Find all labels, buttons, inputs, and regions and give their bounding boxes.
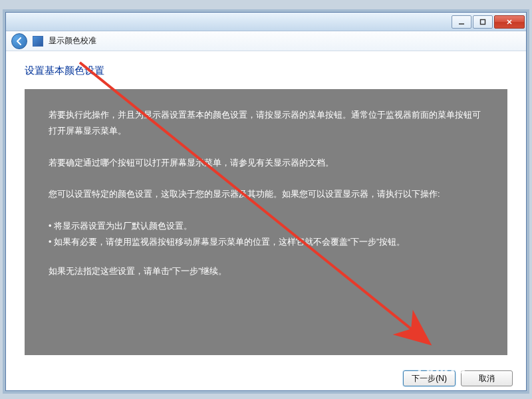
instruction-para-3: 您可以设置特定的颜色设置，这取决于您的显示器及其功能。如果您可以设置显示器，请执…	[49, 187, 483, 203]
minimize-button[interactable]	[452, 15, 471, 29]
footer-buttons: 下一步(N) 取消	[403, 370, 513, 386]
instructions-panel: 若要执行此操作，并且为显示器设置基本的颜色设置，请按显示器的菜单按钮。通常位于监…	[25, 89, 507, 355]
app-title: 显示颜色校准	[49, 35, 96, 47]
svg-rect-1	[481, 19, 485, 24]
titlebar	[6, 13, 526, 31]
instruction-bullet-2: 如果有必要，请使用监视器按钮移动屏幕显示菜单的位置，这样它就不会覆盖“下一步”按…	[49, 235, 483, 251]
instruction-para-2: 若要确定通过哪个按钮可以打开屏幕显示菜单，请参见有关显示器的文档。	[49, 156, 483, 172]
maximize-icon	[479, 19, 486, 25]
page-heading: 设置基本颜色设置	[25, 65, 507, 77]
close-icon	[506, 19, 513, 25]
next-button[interactable]: 下一步(N)	[403, 370, 456, 386]
instruction-bullet-1: 将显示器设置为出厂默认颜色设置。	[49, 219, 483, 235]
close-button[interactable]	[494, 15, 525, 29]
instruction-para-1: 若要执行此操作，并且为显示器设置基本的颜色设置，请按显示器的菜单按钮。通常位于监…	[49, 108, 483, 140]
content-area: 设置基本颜色设置 若要执行此操作，并且为显示器设置基本的颜色设置，请按显示器的菜…	[6, 51, 526, 390]
maximize-button[interactable]	[473, 15, 493, 29]
back-button[interactable]	[11, 33, 27, 49]
instruction-list: 将显示器设置为出厂默认颜色设置。 如果有必要，请使用监视器按钮移动屏幕显示菜单的…	[49, 219, 483, 251]
cancel-button[interactable]: 取消	[461, 370, 513, 386]
app-icon	[33, 36, 43, 47]
minimize-icon	[458, 19, 465, 25]
instruction-para-4: 如果无法指定这些设置，请单击“下一步”继续。	[49, 264, 483, 280]
navbar: 显示颜色校准	[6, 31, 526, 51]
wizard-window: 显示颜色校准 设置基本颜色设置 若要执行此操作，并且为显示器设置基本的颜色设置，…	[5, 12, 527, 391]
back-arrow-icon	[15, 37, 24, 46]
